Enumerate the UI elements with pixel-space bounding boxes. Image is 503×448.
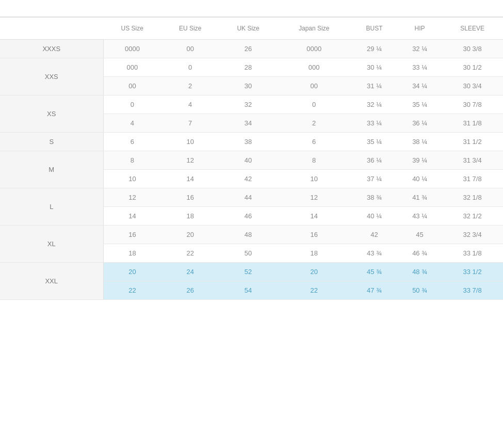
- table-row: XL16204816424532 3/4: [0, 226, 503, 244]
- cell-us: 18: [103, 244, 161, 263]
- cell-uk: 54: [219, 281, 277, 300]
- cell-japan: 18: [277, 244, 351, 263]
- cell-eu: 18: [161, 207, 219, 226]
- cell-us: 20: [103, 263, 161, 281]
- cell-bust: 37 ¼: [351, 170, 398, 188]
- cell-bust: 29 ¼: [351, 40, 398, 58]
- table-row: XXS00002800030 ¼33 ¼30 1/2: [0, 58, 503, 77]
- cell-uk: 28: [219, 58, 277, 77]
- cell-hip: 41 ¾: [398, 188, 442, 207]
- cell-japan: 6: [277, 133, 351, 151]
- table-header-row: US SizeEU SizeUK SizeJapan SizeBUSTHIPSL…: [0, 18, 503, 40]
- cell-eu: 14: [161, 170, 219, 188]
- cell-hip: 50 ¾: [398, 281, 442, 300]
- cell-sleeve: 31 3/4: [442, 151, 503, 170]
- cell-bust: 38 ¾: [351, 188, 398, 207]
- cell-uk: 48: [219, 226, 277, 244]
- cell-hip: 39 ¼: [398, 151, 442, 170]
- cell-bust: 36 ¼: [351, 151, 398, 170]
- cell-us: 16: [103, 226, 161, 244]
- size-category-label: XXL: [0, 263, 103, 300]
- cell-bust: 30 ¼: [351, 58, 398, 77]
- page-container: US SizeEU SizeUK SizeJapan SizeBUSTHIPSL…: [0, 0, 503, 310]
- cell-bust: 43 ¾: [351, 244, 398, 263]
- cell-us: 0: [103, 95, 161, 114]
- size-chart-table: US SizeEU SizeUK SizeJapan SizeBUSTHIPSL…: [0, 17, 503, 300]
- chart-header: [0, 0, 503, 17]
- cell-uk: 34: [219, 114, 277, 133]
- cell-japan: 000: [277, 58, 351, 77]
- cell-japan: 10: [277, 170, 351, 188]
- cell-bust: 32 ¼: [351, 95, 398, 114]
- cell-eu: 24: [161, 263, 219, 281]
- column-header-us-size: US Size: [103, 18, 161, 40]
- cell-sleeve: 33 1/8: [442, 244, 503, 263]
- cell-uk: 32: [219, 95, 277, 114]
- cell-uk: 30: [219, 77, 277, 95]
- cell-bust: 47 ¾: [351, 281, 398, 300]
- cell-sleeve: 32 1/8: [442, 188, 503, 207]
- cell-bust: 31 ¼: [351, 77, 398, 95]
- size-category-label: XL: [0, 226, 103, 263]
- cell-japan: 22: [277, 281, 351, 300]
- cell-us: 12: [103, 188, 161, 207]
- cell-uk: 40: [219, 151, 277, 170]
- cell-uk: 44: [219, 188, 277, 207]
- column-header-hip: HIP: [398, 18, 442, 40]
- cell-bust: 33 ¼: [351, 114, 398, 133]
- cell-japan: 0000: [277, 40, 351, 58]
- cell-uk: 26: [219, 40, 277, 58]
- cell-eu: 20: [161, 226, 219, 244]
- cell-uk: 46: [219, 207, 277, 226]
- cell-eu: 7: [161, 114, 219, 133]
- column-header-bust: BUST: [351, 18, 398, 40]
- table-row: XXXS00000026000029 ¼32 ¼30 3/8: [0, 40, 503, 58]
- table-row: L1216441238 ¾41 ¾32 1/8: [0, 188, 503, 207]
- cell-uk: 50: [219, 244, 277, 263]
- cell-us: 00: [103, 77, 161, 95]
- cell-hip: 48 ¾: [398, 263, 442, 281]
- cell-sleeve: 30 7/8: [442, 95, 503, 114]
- cell-sleeve: 33 1/2: [442, 263, 503, 281]
- cell-uk: 52: [219, 263, 277, 281]
- table-row: S61038635 ¼38 ¼31 1/2: [0, 133, 503, 151]
- size-category-header: [0, 18, 103, 40]
- cell-us: 10: [103, 170, 161, 188]
- cell-hip: 40 ¼: [398, 170, 442, 188]
- column-header-uk-size: UK Size: [219, 18, 277, 40]
- cell-uk: 42: [219, 170, 277, 188]
- cell-sleeve: 30 1/2: [442, 58, 503, 77]
- cell-sleeve: 32 1/2: [442, 207, 503, 226]
- cell-eu: 2: [161, 77, 219, 95]
- cell-hip: 43 ¼: [398, 207, 442, 226]
- cell-japan: 14: [277, 207, 351, 226]
- cell-us: 22: [103, 281, 161, 300]
- size-category-label: XXXS: [0, 40, 103, 58]
- cell-us: 8: [103, 151, 161, 170]
- cell-bust: 42: [351, 226, 398, 244]
- cell-sleeve: 30 3/8: [442, 40, 503, 58]
- cell-us: 4: [103, 114, 161, 133]
- size-category-label: XXS: [0, 58, 103, 95]
- cell-us: 000: [103, 58, 161, 77]
- cell-bust: 45 ¾: [351, 263, 398, 281]
- cell-hip: 33 ¼: [398, 58, 442, 77]
- table-row: XXL2024522045 ¾48 ¾33 1/2: [0, 263, 503, 281]
- cell-sleeve: 31 1/8: [442, 114, 503, 133]
- cell-us: 14: [103, 207, 161, 226]
- cell-sleeve: 33 7/8: [442, 281, 503, 300]
- cell-eu: 00: [161, 40, 219, 58]
- cell-japan: 8: [277, 151, 351, 170]
- cell-uk: 38: [219, 133, 277, 151]
- size-category-label: L: [0, 188, 103, 226]
- cell-hip: 38 ¼: [398, 133, 442, 151]
- cell-sleeve: 30 3/4: [442, 77, 503, 95]
- cell-bust: 35 ¼: [351, 133, 398, 151]
- table-row: M81240836 ¼39 ¼31 3/4: [0, 151, 503, 170]
- cell-hip: 46 ¾: [398, 244, 442, 263]
- cell-japan: 0: [277, 95, 351, 114]
- cell-us: 6: [103, 133, 161, 151]
- cell-eu: 4: [161, 95, 219, 114]
- cell-japan: 00: [277, 77, 351, 95]
- cell-bust: 40 ¼: [351, 207, 398, 226]
